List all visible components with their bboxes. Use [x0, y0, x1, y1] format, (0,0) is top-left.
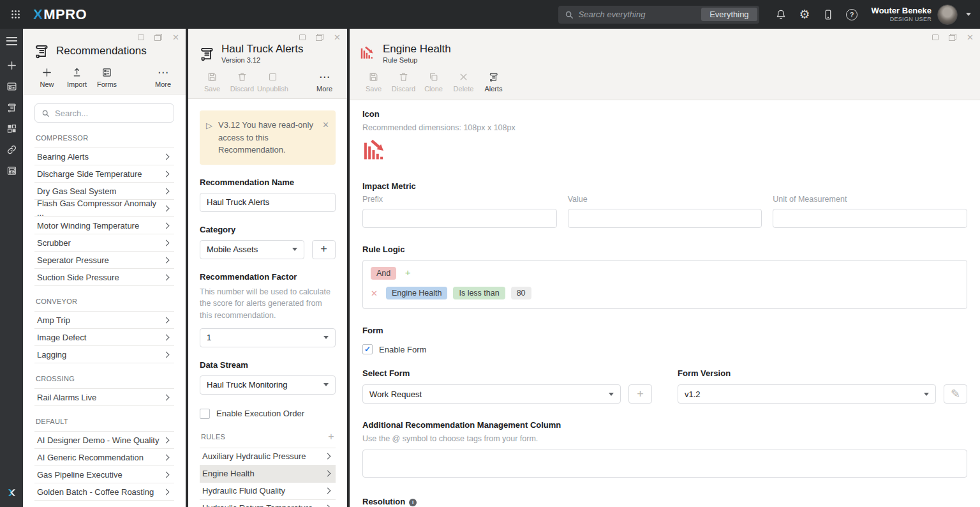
- recommendation-item[interactable]: Scrubber: [34, 234, 174, 251]
- forms-icon: [101, 67, 112, 78]
- recommendation-name-input[interactable]: [200, 193, 336, 212]
- rule-item[interactable]: Auxiliary Hydraulic Pressure: [200, 448, 336, 465]
- chevron-down-icon[interactable]: [966, 13, 971, 16]
- enable-form-row[interactable]: ✓ Enable Form: [362, 344, 967, 354]
- unit-label: Unit of Measurement: [773, 195, 967, 204]
- recommendation-item[interactable]: AI Designer Demo - Wine Quality: [34, 431, 174, 448]
- minimize-icon[interactable]: [299, 34, 306, 40]
- close-icon[interactable]: ✕: [334, 33, 341, 42]
- close-icon[interactable]: ✕: [322, 119, 329, 156]
- rule-item[interactable]: Hydraulic Fluid Quality: [200, 482, 336, 499]
- rail-dashboards-button[interactable]: [0, 119, 23, 138]
- app-launcher-button[interactable]: [6, 6, 24, 24]
- import-button[interactable]: Import: [62, 67, 92, 88]
- factor-select[interactable]: 1: [200, 328, 336, 347]
- search-input[interactable]: [574, 10, 702, 19]
- minimize-icon[interactable]: [138, 34, 144, 40]
- xmpro-logo-text: MPRO: [43, 6, 87, 23]
- search-scope-button[interactable]: Everything: [701, 8, 757, 21]
- recommendation-item[interactable]: Rail Alarms Live: [34, 388, 174, 405]
- notifications-button[interactable]: [771, 4, 792, 25]
- user-menu[interactable]: Wouter Beneke DESIGN USER: [872, 4, 974, 25]
- recommendations-search[interactable]: [34, 103, 174, 123]
- rule-icon-preview[interactable]: [362, 138, 967, 167]
- discard-button[interactable]: Discard: [389, 72, 419, 93]
- recommendations-search-input[interactable]: [50, 109, 167, 118]
- edit-form-button[interactable]: ✎: [944, 384, 967, 404]
- restore-icon[interactable]: [949, 34, 956, 41]
- help-icon: ?: [846, 9, 858, 20]
- recommendation-item[interactable]: AI Generic Recommendation: [34, 448, 174, 465]
- recommendation-item[interactable]: Lagging: [34, 345, 174, 363]
- left-navigation-rail: [0, 29, 23, 507]
- help-button[interactable]: ?: [842, 4, 863, 25]
- unpublish-button[interactable]: Unpublish: [257, 72, 288, 93]
- recommendation-item[interactable]: Golden Batch - Coffee Roasting: [34, 483, 174, 500]
- datastream-select[interactable]: Haul Truck Monitoring: [200, 375, 336, 395]
- add-form-button[interactable]: +: [628, 384, 652, 404]
- xmpro-logo[interactable]: XMPRO: [33, 6, 87, 23]
- condition-value-pill[interactable]: 80: [511, 287, 531, 299]
- rail-menu-button[interactable]: [0, 34, 23, 54]
- close-icon[interactable]: ✕: [172, 33, 179, 42]
- rule-item[interactable]: Hydraulic Return Temperature: [200, 499, 336, 507]
- global-search[interactable]: Everything: [558, 6, 759, 24]
- more-button[interactable]: ⋯ More: [148, 67, 178, 88]
- recommendation-item[interactable]: Motor Winding Temperature: [34, 216, 174, 234]
- arrow-up-icon: [71, 67, 82, 78]
- maximize-icon[interactable]: [316, 34, 323, 41]
- forms-button[interactable]: Forms: [92, 67, 122, 88]
- rail-apps-button[interactable]: [0, 161, 23, 180]
- form-version-dropdown[interactable]: v1.2: [678, 384, 936, 404]
- select-form-dropdown[interactable]: Work Request: [362, 384, 621, 404]
- new-button[interactable]: New: [32, 67, 62, 88]
- condition-field-pill[interactable]: Engine Health: [386, 287, 448, 299]
- recommendation-item[interactable]: Flash Gas Compressor Anomaly ...: [34, 199, 174, 216]
- recommendation-item[interactable]: Dry Gas Seal System: [34, 182, 174, 199]
- recommendation-item[interactable]: Image Defect: [34, 328, 174, 345]
- condition-comparison-pill[interactable]: Is less than: [453, 287, 505, 299]
- section-title: DEFAULT: [34, 416, 174, 431]
- unit-input[interactable]: [773, 209, 967, 228]
- logic-operator-pill[interactable]: And: [371, 267, 396, 280]
- recommendation-item[interactable]: Suction Side Pressure: [34, 268, 174, 285]
- checkbox-unchecked-icon[interactable]: [200, 409, 210, 419]
- bell-icon: [775, 9, 787, 20]
- maximize-icon[interactable]: [154, 34, 162, 41]
- delete-button[interactable]: Delete: [449, 72, 479, 93]
- value-input[interactable]: [568, 209, 762, 228]
- close-icon[interactable]: ✕: [967, 33, 974, 42]
- minimize-icon[interactable]: [932, 34, 939, 40]
- add-condition-button[interactable]: +: [405, 267, 411, 278]
- rail-recommendations-button[interactable]: [0, 98, 23, 117]
- execution-order-row[interactable]: Enable Execution Order: [200, 409, 336, 419]
- recommendation-item[interactable]: Seperator Pressure: [34, 251, 174, 268]
- add-rule-button[interactable]: +: [328, 432, 334, 442]
- checkbox-checked-icon[interactable]: ✓: [362, 344, 373, 354]
- recommendation-item[interactable]: Gas Pipeline Executive: [34, 465, 174, 483]
- rail-form-designer-button[interactable]: [0, 77, 23, 96]
- save-button[interactable]: Save: [359, 72, 389, 93]
- category-select[interactable]: Mobile Assets: [200, 240, 304, 259]
- recommendation-item[interactable]: Bearing Alerts: [34, 148, 174, 165]
- more-button[interactable]: ⋯ More: [309, 72, 339, 93]
- remove-condition-button[interactable]: ✕: [371, 289, 378, 298]
- recommendation-item[interactable]: Amp Trip: [34, 311, 174, 328]
- chevron-down-icon: [323, 383, 329, 386]
- rule-item[interactable]: Engine Health: [200, 465, 336, 482]
- form-designer-icon: [6, 81, 17, 92]
- recommendation-item[interactable]: Discharge Side Temperature: [34, 165, 174, 182]
- avatar[interactable]: [937, 4, 958, 25]
- prefix-input[interactable]: [362, 209, 557, 228]
- alerts-button[interactable]: Alerts: [479, 72, 509, 93]
- add-category-button[interactable]: +: [312, 240, 336, 259]
- save-button[interactable]: Save: [197, 72, 227, 93]
- mobile-app-button[interactable]: [818, 4, 839, 25]
- discard-button[interactable]: Discard: [227, 72, 257, 93]
- clone-button[interactable]: Clone: [419, 72, 449, 93]
- chevron-right-icon: [325, 471, 331, 477]
- rail-new-button[interactable]: [0, 56, 23, 75]
- settings-button[interactable]: ⚙: [794, 4, 815, 25]
- additional-column-input[interactable]: [362, 450, 967, 478]
- rail-connections-button[interactable]: [0, 140, 23, 159]
